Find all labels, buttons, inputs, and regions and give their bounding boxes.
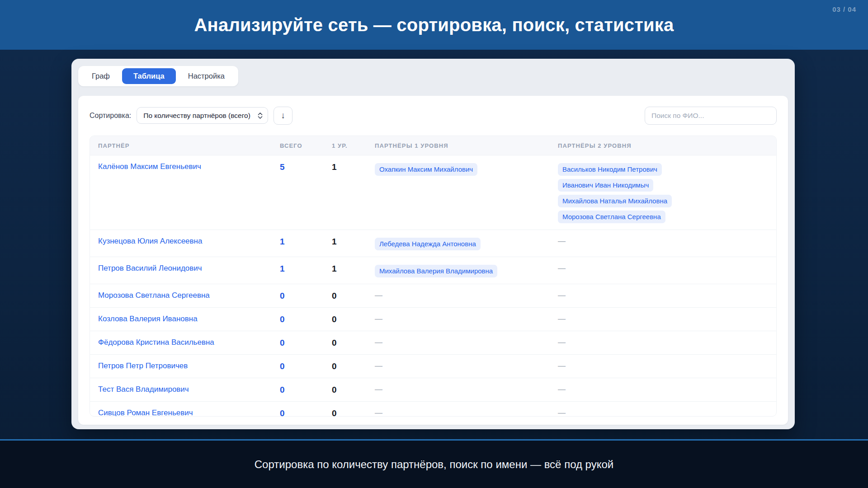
partner-name-link[interactable]: Калёнов Максим Евгеньевич <box>98 162 201 171</box>
partner-chip-list: Охапкин Максим Михайлович <box>375 162 544 176</box>
level1-partners-cell: — <box>366 284 549 306</box>
level2-partners-cell: — <box>549 378 776 400</box>
level2-partners-cell: — <box>549 402 776 417</box>
partner-name-link[interactable]: Козлова Валерия Ивановна <box>98 314 198 323</box>
tab-settings[interactable]: Настройка <box>177 68 236 84</box>
tab-bar: Граф Таблица Настройка <box>78 66 238 86</box>
table-row: Петров Василий Леонидович11Михайлова Вал… <box>90 257 776 284</box>
total-value: 0 <box>280 385 285 394</box>
partner-name-link[interactable]: Кузнецова Юлия Алексеевна <box>98 237 202 245</box>
empty-dash: — <box>558 338 566 347</box>
total-value: 5 <box>280 162 285 172</box>
main-card: Граф Таблица Настройка Сортировка: По ко… <box>71 59 795 429</box>
partner-name-cell: Сивцов Роман Евгеньевич <box>90 402 271 417</box>
level1-partners-cell: Лебедева Надежда Антоновна <box>366 230 549 257</box>
partner-name-link[interactable]: Сивцов Роман Евгеньевич <box>98 408 193 417</box>
level1-value: 1 <box>332 162 337 172</box>
table-row: Фёдорова Кристина Васильевна00—— <box>90 331 776 355</box>
level1-partners-cell: — <box>366 308 549 330</box>
level2-partners-cell: — <box>549 284 776 306</box>
table-row: Козлова Валерия Ивановна00—— <box>90 308 776 331</box>
total-cell: 0 <box>271 355 323 378</box>
empty-dash: — <box>375 314 382 323</box>
partner-name-cell: Калёнов Максим Евгеньевич <box>90 155 271 178</box>
total-value: 0 <box>280 291 285 300</box>
table-row: Тест Вася Владимирович00—— <box>90 378 776 402</box>
sort-select[interactable]: По количеству партнёров (всего) <box>137 107 268 124</box>
empty-dash: — <box>375 361 382 370</box>
partner-name-cell: Кузнецова Юлия Алексеевна <box>90 230 271 252</box>
empty-dash: — <box>558 237 566 245</box>
table-row: Петров Петр Петровичев00—— <box>90 355 776 378</box>
level1-count-cell: 1 <box>323 257 366 280</box>
partners-table: ПАРТНЁР ВСЕГО 1 УР. ПАРТНЁРЫ 1 УРОВНЯ ПА… <box>90 136 777 417</box>
partner-name-link[interactable]: Тест Вася Владимирович <box>98 385 189 394</box>
level1-partners-cell: — <box>366 402 549 417</box>
level1-partners-cell: Охапкин Максим Михайлович <box>366 155 549 182</box>
empty-dash: — <box>375 291 382 300</box>
empty-dash: — <box>558 264 566 272</box>
total-cell: 0 <box>271 402 323 417</box>
total-cell: 0 <box>271 378 323 401</box>
col-header-level1: 1 УР. <box>323 136 366 155</box>
col-header-partner: ПАРТНЁР <box>90 136 271 155</box>
level1-value: 0 <box>332 338 337 347</box>
level1-value: 0 <box>332 291 337 300</box>
empty-dash: — <box>375 338 382 347</box>
total-cell: 0 <box>271 284 323 307</box>
search-input[interactable] <box>645 107 777 125</box>
partner-name-link[interactable]: Морозова Светлана Сергеевна <box>98 291 210 300</box>
total-value: 0 <box>280 361 285 371</box>
sort-label: Сортировка: <box>90 112 131 120</box>
level1-count-cell: 0 <box>323 308 366 331</box>
partner-name-link[interactable]: Фёдорова Кристина Васильевна <box>98 338 214 347</box>
partner-name-link[interactable]: Петров Петр Петровичев <box>98 361 188 370</box>
tab-graph[interactable]: Граф <box>80 68 121 84</box>
total-value: 0 <box>280 314 285 324</box>
partner-chip: Михайлова Наталья Михайловна <box>558 195 672 207</box>
partner-name-link[interactable]: Петров Василий Леонидович <box>98 264 202 272</box>
sort-controls: Сортировка: По количеству партнёров (все… <box>90 107 292 125</box>
level1-value: 1 <box>332 237 337 246</box>
empty-dash: — <box>375 385 382 394</box>
level1-count-cell: 0 <box>323 402 366 417</box>
total-cell: 0 <box>271 308 323 331</box>
total-value: 0 <box>280 338 285 347</box>
col-header-total: ВСЕГО <box>271 136 323 155</box>
total-cell: 5 <box>271 155 323 178</box>
level1-value: 0 <box>332 408 337 417</box>
partner-chip: Лебедева Надежда Антоновна <box>375 238 481 250</box>
partner-name-cell: Фёдорова Кристина Васильевна <box>90 331 271 353</box>
level2-partners-cell: — <box>549 257 776 279</box>
level1-value: 0 <box>332 314 337 324</box>
level1-count-cell: 1 <box>323 230 366 253</box>
level2-partners-cell: — <box>549 308 776 330</box>
tab-table[interactable]: Таблица <box>122 68 176 84</box>
partner-name-cell: Козлова Валерия Ивановна <box>90 308 271 330</box>
empty-dash: — <box>558 291 566 300</box>
sort-direction-button[interactable]: ↓ <box>274 107 292 125</box>
level2-partners-cell: Васильков Никодим ПетровичИванович Иван … <box>549 155 776 230</box>
empty-dash: — <box>375 408 382 417</box>
level1-partners-cell: — <box>366 378 549 400</box>
col-header-level1-partners: ПАРТНЁРЫ 1 УРОВНЯ <box>366 136 549 155</box>
empty-dash: — <box>558 314 566 323</box>
empty-dash: — <box>558 408 566 417</box>
partner-name-cell: Тест Вася Владимирович <box>90 378 271 400</box>
level2-partners-cell: — <box>549 331 776 353</box>
table-row: Морозова Светлана Сергеевна00—— <box>90 284 776 308</box>
partner-name-cell: Петров Василий Леонидович <box>90 257 271 279</box>
slide-counter: 03 / 04 <box>832 5 856 13</box>
level1-partners-cell: — <box>366 331 549 353</box>
level1-count-cell: 0 <box>323 355 366 378</box>
level1-partners-cell: — <box>366 355 549 377</box>
controls-row: Сортировка: По количеству партнёров (все… <box>90 107 777 125</box>
table-panel: Сортировка: По количеству партнёров (все… <box>78 96 788 425</box>
total-value: 1 <box>280 264 285 273</box>
total-cell: 0 <box>271 331 323 354</box>
partner-name-cell: Морозова Светлана Сергеевна <box>90 284 271 306</box>
total-value: 0 <box>280 408 285 417</box>
top-banner: Анализируйте сеть — сортировка, поиск, с… <box>0 0 868 50</box>
empty-dash: — <box>558 385 566 394</box>
total-cell: 1 <box>271 257 323 280</box>
